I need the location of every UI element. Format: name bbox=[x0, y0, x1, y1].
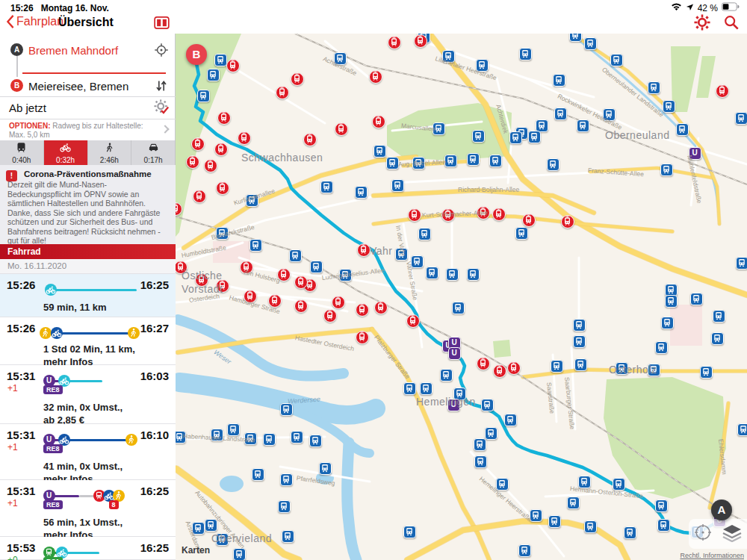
bus-stop-marker[interactable] bbox=[227, 423, 240, 436]
bus-stop-marker[interactable] bbox=[737, 423, 747, 436]
bus-stop-marker[interactable] bbox=[578, 476, 591, 488]
rail-station-marker[interactable]: U bbox=[447, 399, 460, 411]
bus-stop-marker[interactable] bbox=[233, 548, 246, 560]
bus-stop-marker[interactable] bbox=[280, 473, 293, 486]
bus-stop-marker[interactable] bbox=[374, 145, 386, 158]
bus-stop-marker[interactable] bbox=[280, 403, 293, 416]
rail-station-marker[interactable]: U bbox=[689, 147, 701, 160]
map-canvas[interactable]: UUUUUUSchwachhausenOberneulandÖstlicheVo… bbox=[176, 34, 747, 560]
tram-stop-marker[interactable] bbox=[369, 70, 382, 84]
bus-stop-marker[interactable] bbox=[736, 257, 747, 270]
bus-stop-marker[interactable] bbox=[657, 519, 670, 532]
bus-stop-marker[interactable] bbox=[603, 108, 616, 121]
bus-stop-marker[interactable] bbox=[355, 186, 368, 199]
bus-stop-marker[interactable] bbox=[509, 131, 522, 144]
tram-stop-marker[interactable] bbox=[477, 357, 490, 370]
tram-stop-marker[interactable] bbox=[186, 155, 199, 169]
tram-stop-marker[interactable] bbox=[414, 34, 427, 48]
rail-station-marker[interactable]: U bbox=[448, 347, 461, 360]
tram-stop-marker[interactable] bbox=[372, 115, 385, 128]
bus-stop-marker[interactable] bbox=[339, 269, 352, 281]
tram-stop-marker[interactable] bbox=[323, 309, 337, 323]
bus-stop-marker[interactable] bbox=[207, 69, 220, 81]
bus-stop-marker[interactable] bbox=[577, 119, 589, 132]
tram-stop-marker[interactable] bbox=[561, 215, 574, 228]
bus-stop-marker[interactable] bbox=[655, 500, 668, 512]
bus-stop-marker[interactable] bbox=[700, 366, 713, 379]
tram-stop-marker[interactable] bbox=[268, 294, 282, 308]
bus-stop-marker[interactable] bbox=[548, 515, 561, 528]
bus-stop-marker[interactable] bbox=[289, 249, 302, 262]
tram-stop-marker[interactable] bbox=[204, 159, 217, 172]
back-button[interactable]: Fahrplan bbox=[6, 15, 63, 28]
bus-stop-marker[interactable] bbox=[403, 526, 416, 538]
bus-stop-marker[interactable] bbox=[481, 399, 494, 411]
bus-stop-marker[interactable] bbox=[252, 468, 264, 481]
tram-stop-marker[interactable] bbox=[408, 208, 421, 222]
bus-stop-marker[interactable] bbox=[476, 59, 489, 72]
tram-stop-marker[interactable] bbox=[277, 268, 291, 281]
bus-stop-marker[interactable] bbox=[489, 155, 502, 167]
bus-stop-marker[interactable] bbox=[519, 48, 532, 60]
swap-direction-icon[interactable] bbox=[155, 78, 167, 96]
departure-time-row[interactable]: Ab jetzt bbox=[0, 98, 176, 119]
mode-tab-walk[interactable]: 2:46h bbox=[88, 140, 132, 165]
compass-locate-icon[interactable] bbox=[693, 523, 713, 545]
tram-stop-marker[interactable] bbox=[238, 131, 251, 145]
bus-stop-marker[interactable] bbox=[504, 414, 517, 426]
bus-stop-marker[interactable] bbox=[426, 267, 438, 279]
tram-stop-marker[interactable] bbox=[477, 206, 490, 220]
destination-field[interactable]: B Meiereisee, Bremen bbox=[0, 75, 176, 98]
bus-stop-marker[interactable] bbox=[711, 332, 724, 345]
journey-row[interactable]: 15:2616:271 Std 02 Min, 11 km,mehr Infos bbox=[0, 317, 176, 365]
bus-stop-marker[interactable] bbox=[648, 364, 660, 376]
tram-stop-marker[interactable] bbox=[216, 279, 229, 293]
settings-gear-button[interactable] bbox=[694, 14, 710, 34]
origin-field[interactable]: A Bremen Mahndorf bbox=[0, 40, 176, 62]
legal-info-link[interactable]: Rechtl. Informationen bbox=[680, 552, 744, 559]
bus-stop-marker[interactable] bbox=[310, 261, 323, 273]
bus-stop-marker[interactable] bbox=[547, 158, 560, 171]
tram-stop-marker[interactable] bbox=[294, 299, 308, 313]
bus-stop-marker[interactable] bbox=[515, 227, 528, 240]
bus-stop-marker[interactable] bbox=[263, 433, 276, 446]
bus-stop-marker[interactable] bbox=[554, 108, 567, 120]
tram-stop-marker[interactable] bbox=[332, 296, 345, 309]
bus-stop-marker[interactable] bbox=[530, 509, 542, 522]
bus-stop-marker[interactable] bbox=[553, 74, 565, 87]
bus-stop-marker[interactable] bbox=[403, 382, 416, 395]
bus-stop-marker[interactable] bbox=[661, 317, 674, 329]
bus-stop-marker[interactable] bbox=[214, 54, 227, 66]
bus-stop-marker[interactable] bbox=[420, 382, 433, 395]
bus-stop-marker[interactable] bbox=[467, 268, 480, 281]
tram-stop-marker[interactable] bbox=[195, 273, 208, 287]
bus-stop-marker[interactable] bbox=[648, 81, 660, 94]
bus-stop-marker[interactable] bbox=[574, 358, 587, 371]
bus-stop-marker[interactable] bbox=[660, 164, 673, 176]
bus-stop-marker[interactable] bbox=[205, 519, 217, 532]
bus-stop-marker[interactable] bbox=[624, 526, 636, 539]
journey-row[interactable]: 15:5316:25+0RS1 bbox=[0, 537, 176, 560]
gear-check-icon[interactable] bbox=[154, 99, 169, 117]
bus-stop-marker[interactable] bbox=[467, 153, 480, 166]
journey-row[interactable]: 15:3116:25+1URE8856 min, 1x Umst.,mehr I… bbox=[0, 480, 176, 537]
tram-stop-marker[interactable] bbox=[374, 301, 388, 314]
bus-stop-marker[interactable] bbox=[584, 37, 597, 50]
bus-stop-marker[interactable] bbox=[735, 112, 747, 125]
bus-stop-marker[interactable] bbox=[690, 293, 703, 305]
tram-stop-marker[interactable] bbox=[240, 261, 253, 274]
bus-stop-marker[interactable] bbox=[197, 90, 210, 102]
mode-tab-car[interactable]: 0:17h bbox=[131, 140, 176, 165]
bus-stop-marker[interactable] bbox=[216, 533, 229, 546]
bus-stop-marker[interactable] bbox=[474, 438, 486, 451]
tram-stop-marker[interactable] bbox=[303, 133, 317, 146]
tram-stop-marker[interactable] bbox=[507, 361, 521, 375]
bus-stop-marker[interactable] bbox=[319, 462, 332, 475]
bus-stop-marker[interactable] bbox=[616, 362, 628, 375]
bus-stop-marker[interactable] bbox=[485, 427, 498, 440]
bus-stop-marker[interactable] bbox=[391, 179, 404, 192]
bus-stop-marker[interactable] bbox=[291, 431, 303, 444]
bus-stop-marker[interactable] bbox=[613, 478, 625, 491]
bus-stop-marker[interactable] bbox=[309, 435, 322, 447]
tram-stop-marker[interactable] bbox=[244, 290, 257, 303]
